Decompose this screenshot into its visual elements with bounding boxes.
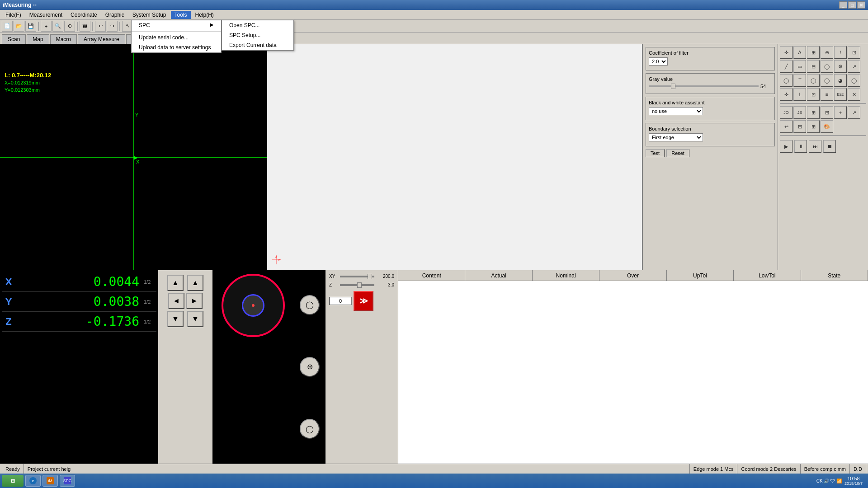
icon-table4[interactable]: ⊞	[793, 120, 806, 133]
menu-system-setup[interactable]: System Setup	[129, 11, 170, 19]
icon-js[interactable]: JS	[793, 106, 806, 119]
num-input-field[interactable]	[329, 297, 352, 305]
icon-diagonal[interactable]: ╱	[780, 60, 793, 73]
open-btn[interactable]: 📂	[14, 21, 24, 32]
extra-btn-3[interactable]: ◯	[300, 419, 320, 439]
icon-measure[interactable]: ≡	[821, 88, 833, 101]
coefficient-select[interactable]: 2.0 1.0 1.5 2.5	[649, 57, 668, 66]
tab-macro[interactable]: Macro	[50, 34, 77, 44]
nav-down-btn[interactable]: ▼	[167, 311, 184, 327]
save-btn[interactable]: 💾	[25, 21, 36, 32]
icon-arc[interactable]: ⌒	[793, 74, 806, 87]
icon-plus2[interactable]: ✛	[780, 88, 793, 101]
icon-circle3[interactable]: ◯	[807, 74, 820, 87]
start-button[interactable]: ⊞	[2, 475, 24, 487]
xy-slider-thumb[interactable]	[368, 274, 372, 279]
nav-up-btn[interactable]: ▲	[167, 275, 184, 291]
status-edge-mode: Edge mode 1 Mcs	[690, 464, 738, 474]
icon-x[interactable]: ✕	[848, 88, 860, 101]
icon-gear[interactable]: ⚙	[834, 60, 847, 73]
play-button[interactable]: ▶	[780, 140, 793, 153]
icon-add[interactable]: +	[834, 106, 847, 119]
new-btn[interactable]: 📄	[2, 21, 13, 32]
icon-color[interactable]: 🎨	[821, 120, 833, 133]
menu-measurement[interactable]: Measurement	[26, 11, 66, 19]
icon-rect2[interactable]: ▭	[793, 60, 806, 73]
taskbar-ie[interactable]: e	[25, 475, 41, 487]
icon-esc[interactable]: Esc	[834, 88, 847, 101]
time-display: 10:58	[847, 476, 860, 481]
dropdown-update-serial[interactable]: Update serial code...	[132, 33, 221, 42]
icon-circle2[interactable]: ◯	[780, 74, 793, 87]
svg-marker-3	[278, 259, 281, 261]
zoom-in-btn[interactable]: 🔍	[52, 21, 63, 32]
bw-assistant-select[interactable]: no use use	[649, 107, 703, 115]
tab-array-measure[interactable]: Array Measure	[78, 34, 125, 44]
extra-btn-1[interactable]: ◯	[300, 295, 320, 315]
spc-setup[interactable]: SPC Setup...	[222, 30, 293, 40]
nav-left-btn[interactable]: ◄	[168, 293, 184, 309]
icon-text-a[interactable]: A	[793, 46, 806, 59]
tab-map[interactable]: Map	[27, 34, 49, 44]
extra-btn-2[interactable]: ⊕	[300, 357, 320, 377]
redo-btn[interactable]: ↪	[107, 21, 118, 32]
icon-cross-plus[interactable]: ✛	[780, 46, 793, 59]
icon-half-circle[interactable]: ◕	[834, 74, 847, 87]
icon-circle[interactable]: ◯	[821, 60, 833, 73]
icon-arrows[interactable]: ↗	[848, 106, 860, 119]
icon-target-cross[interactable]: ⊕	[821, 46, 833, 59]
icon-jo[interactable]: JO	[780, 106, 793, 119]
nav-right-btn[interactable]: ►	[186, 293, 203, 309]
extra-btns: ◯ ⊕ ◯	[294, 270, 326, 464]
stop-button[interactable]: ⏹	[823, 140, 836, 153]
menu-file[interactable]: File(F)	[2, 11, 25, 19]
pause-button[interactable]: ⏸	[794, 140, 807, 153]
icon-grid[interactable]: ⊞	[807, 46, 820, 59]
icon-table[interactable]: ⊟	[807, 60, 820, 73]
icon-undo[interactable]: ↩	[780, 120, 793, 133]
svg-marker-2	[275, 255, 277, 258]
nav-down2-btn[interactable]: ▼	[187, 311, 203, 327]
test-button[interactable]: Test	[646, 149, 665, 157]
close-button[interactable]: ✕	[857, 1, 865, 9]
w-btn[interactable]: W	[80, 21, 90, 32]
maximize-button[interactable]: □	[848, 1, 856, 9]
z-slider-thumb[interactable]	[357, 282, 362, 288]
taskbar-im[interactable]: iM	[42, 475, 58, 487]
add-btn[interactable]: +	[41, 21, 52, 32]
icon-table3[interactable]: ⊞	[821, 106, 833, 119]
nav-up2-btn[interactable]: ▲	[187, 275, 203, 291]
menu-help[interactable]: Help(H)	[192, 11, 217, 19]
dropdown-spc[interactable]: SPC ▶	[132, 20, 221, 30]
spc-open[interactable]: Open SPC...	[222, 20, 293, 30]
reset-button[interactable]: Reset	[666, 149, 689, 157]
z-slider-track[interactable]	[340, 284, 374, 286]
spc-export[interactable]: Export Current data	[222, 40, 293, 50]
icon-rect[interactable]: ⊡	[848, 46, 860, 59]
status-extra-text: D.D	[854, 466, 862, 472]
xy-slider-track[interactable]	[340, 276, 374, 277]
skip-forward-button[interactable]: ⏭	[809, 140, 821, 153]
undo-btn[interactable]: ↩	[95, 21, 106, 32]
gray-slider-thumb[interactable]	[671, 84, 675, 89]
menu-graphic[interactable]: Graphic	[102, 11, 128, 19]
tab-scan[interactable]: Scan	[2, 34, 26, 44]
boundary-select[interactable]: First edge Last edge Best edge	[649, 133, 703, 141]
red-icon-btn[interactable]: ≫	[354, 291, 373, 311]
icon-zoom[interactable]: ↗	[848, 60, 860, 73]
icon-table5[interactable]: ⊞	[807, 120, 820, 133]
target-btn[interactable]: ⊕	[64, 21, 75, 32]
icon-perp[interactable]: ⊥	[793, 88, 806, 101]
gray-slider[interactable]	[649, 85, 759, 87]
icon-circle4[interactable]: ◯	[821, 74, 833, 87]
minimize-button[interactable]: _	[839, 1, 847, 9]
status-coord-mode-text: Coord mode 2 Descartes	[741, 466, 796, 472]
taskbar-spc[interactable]: SPC	[60, 475, 75, 487]
icon-table2[interactable]: ⊞	[807, 106, 820, 119]
menu-tools[interactable]: Tools	[171, 11, 191, 19]
icon-line[interactable]: /	[834, 46, 847, 59]
menu-coordinate[interactable]: Coordinate	[67, 11, 101, 19]
dropdown-upload-data[interactable]: Upload data to server settings	[132, 42, 221, 52]
icon-circle5[interactable]: ◯	[848, 74, 860, 87]
icon-square[interactable]: ⊡	[807, 88, 820, 101]
